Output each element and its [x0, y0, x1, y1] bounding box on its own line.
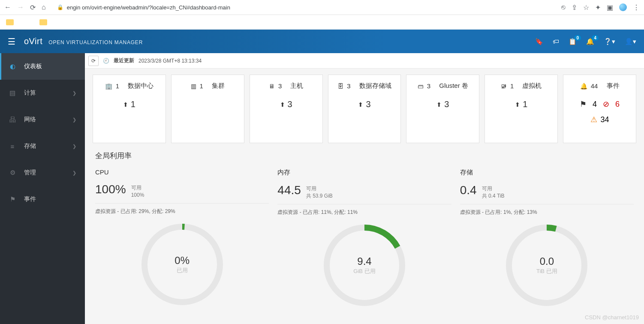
util-name: 存储: [460, 168, 634, 177]
tasks-icon[interactable]: 📋0: [569, 38, 577, 45]
bookmark-bar: [0, 15, 644, 30]
card-gluster[interactable]: 🗃3 Gluster 卷 ⬆3: [406, 75, 479, 143]
donut-value: 0%: [175, 255, 190, 267]
sidebar: ◐ 仪表板 ▤ 计算 ❯ 品 网络 ❯ ≡ 存储 ❯ ⚙ 管理 ❯ ⚑ 事件: [0, 53, 85, 324]
profile-avatar[interactable]: [619, 3, 627, 11]
utilization-section: 全局利用率 CPU 100% 可用100% 虚拟资源 - 已占用: 29%, 分…: [85, 143, 644, 314]
sidebar-item-network[interactable]: 品 网络 ❯: [0, 106, 85, 133]
util-col: 存储 0.4 可用共 0.4 TiB 虚拟资源 - 已占用: 1%, 分配: 1…: [460, 168, 634, 306]
flag-icon: ⚑: [580, 99, 587, 109]
help-icon[interactable]: ❔▾: [604, 38, 615, 45]
brand-subtitle: OPEN VIRTUALIZATION MANAGER: [48, 39, 143, 45]
refresh-button[interactable]: ⟳: [88, 56, 99, 66]
refresh-time: 2023/3/28 GMT+8 13:13:34: [138, 58, 202, 64]
util-detail: 虚拟资源 - 已占用: 1%, 分配: 13%: [460, 209, 634, 216]
url-text: engin om/ovirt-engine/webadmin/?locale=z…: [67, 4, 230, 11]
panel-icon[interactable]: ▣: [607, 3, 613, 12]
dashboard-icon: ◐: [9, 63, 16, 70]
address-bar[interactable]: 🔒 engin om/ovirt-engine/webadmin/?locale…: [52, 3, 555, 12]
translate-icon[interactable]: ⎋: [561, 3, 566, 11]
util-available-value: 44.5: [277, 183, 301, 197]
card-events[interactable]: 🔔44 事件 ⚑4 ⊘6 ⚠34: [563, 75, 636, 143]
sidebar-item-label: 计算: [24, 89, 36, 97]
clock-icon: 🕘: [103, 58, 109, 64]
sidebar-item-label: 网络: [24, 116, 36, 123]
puzzle-icon[interactable]: ✦: [595, 3, 601, 12]
sidebar-item-events[interactable]: ⚑ 事件: [0, 186, 85, 213]
menu-toggle-button[interactable]: ☰: [8, 36, 15, 47]
card-cluster[interactable]: ▥1 集群: [171, 75, 244, 143]
util-available-value: 0.4: [460, 183, 477, 197]
arrow-up-icon: ⬆: [280, 101, 285, 108]
sidebar-item-compute[interactable]: ▤ 计算 ❯: [0, 80, 85, 106]
lock-icon: 🔒: [57, 4, 63, 10]
sidebar-item-admin[interactable]: ⚙ 管理 ❯: [0, 159, 85, 186]
alerts-badge: 4: [592, 35, 599, 41]
donut-unit: TiB 已用: [536, 267, 557, 275]
browser-toolbar: ← → ⟳ ⌂ 🔒 engin om/ovirt-engine/webadmin…: [0, 0, 644, 15]
donut-chart: 0% 已用: [141, 224, 223, 305]
sidebar-item-label: 存储: [24, 142, 36, 150]
donut-value: 0.0: [540, 255, 554, 267]
app-header: ☰ oVirt OPEN VIRTUALIZATION MANAGER 🔖 🏷 …: [0, 30, 644, 53]
arrow-up-icon: ⬆: [123, 101, 128, 108]
card-vm[interactable]: 🖳1 虚拟机 ⬆1: [485, 75, 558, 143]
donut-value: 9.4: [357, 255, 371, 267]
util-detail: 虚拟资源 - 已占用: 11%, 分配: 11%: [277, 209, 451, 216]
bell-icon: 🔔: [580, 83, 587, 90]
watermark: CSDN @charnet1019: [585, 314, 639, 321]
tag-icon[interactable]: 🏷: [553, 38, 559, 45]
sidebar-item-label: 管理: [24, 169, 36, 177]
util-available-label: 可用共 53.9 GiB: [306, 183, 333, 200]
chevron-right-icon: ❯: [72, 170, 76, 176]
card-host[interactable]: 🖥3 主机 ⬆3: [250, 75, 323, 143]
chevron-right-icon: ❯: [72, 117, 76, 123]
sidebar-item-dashboard[interactable]: ◐ 仪表板: [0, 53, 85, 80]
main-content: ⟳ 🕘 最近更新 2023/3/28 GMT+8 13:13:34 🏢1 数据中…: [85, 53, 644, 324]
summary-cards: 🏢1 数据中心 ⬆1 ▥1 集群 🖥3 主机 ⬆3 🗄3 数据存储域 ⬆3 🗃3…: [85, 69, 644, 143]
storage-icon: 🗄: [337, 83, 343, 90]
bell-icon[interactable]: 🔔4: [586, 38, 594, 45]
home-button[interactable]: ⌂: [42, 3, 46, 11]
refresh-label: 最近更新: [114, 57, 134, 64]
error-icon: ⊘: [603, 99, 609, 109]
util-available-label: 可用共 0.4 TiB: [482, 183, 505, 200]
sidebar-item-storage[interactable]: ≡ 存储 ❯: [0, 133, 85, 159]
kebab-menu[interactable]: ⋮: [633, 3, 640, 12]
util-name: 内存: [277, 168, 451, 177]
star-icon[interactable]: ☆: [583, 3, 589, 12]
flag-icon: ⚑: [9, 195, 16, 203]
reload-button[interactable]: ⟳: [30, 3, 36, 12]
arrow-up-icon: ⬆: [358, 101, 363, 108]
forward-button[interactable]: →: [17, 3, 24, 11]
donut-unit: GiB 已用: [353, 267, 375, 275]
network-icon: 品: [9, 116, 16, 124]
bookmark-icon[interactable]: 🔖: [535, 38, 543, 45]
datacenter-icon: 🏢: [105, 83, 112, 90]
util-available-label: 可用100%: [131, 183, 144, 199]
back-button[interactable]: ←: [4, 3, 11, 11]
host-icon: 🖥: [269, 83, 275, 90]
util-detail: 虚拟资源 - 已占用: 29%, 分配: 29%: [95, 208, 269, 215]
util-name: CPU: [95, 168, 269, 176]
gear-icon: ⚙: [9, 169, 16, 177]
bookmark-folder[interactable]: [6, 19, 14, 25]
chevron-right-icon: ❯: [72, 90, 76, 96]
util-col: CPU 100% 可用100% 虚拟资源 - 已占用: 29%, 分配: 29%…: [95, 168, 269, 306]
donut-chart: 9.4 GiB 已用: [324, 225, 405, 306]
compute-icon: ▤: [9, 89, 16, 97]
volume-icon: 🗃: [418, 83, 424, 90]
user-menu[interactable]: 👤▾: [625, 38, 636, 45]
utilization-title: 全局利用率: [95, 151, 634, 161]
card-datacenter[interactable]: 🏢1 数据中心 ⬆1: [93, 75, 166, 143]
bookmark-folder[interactable]: [39, 19, 47, 25]
arrow-up-icon: ⬆: [436, 101, 442, 108]
vm-icon: 🖳: [501, 83, 507, 90]
brand-logo: oVirt: [24, 36, 42, 46]
sidebar-item-label: 事件: [24, 195, 36, 203]
share-icon[interactable]: ⇪: [572, 3, 577, 12]
warning-icon: ⚠: [590, 115, 597, 124]
card-storage-domain[interactable]: 🗄3 数据存储域 ⬆3: [328, 75, 401, 143]
donut-unit: 已用: [177, 267, 188, 274]
arrow-up-icon: ⬆: [515, 101, 520, 108]
